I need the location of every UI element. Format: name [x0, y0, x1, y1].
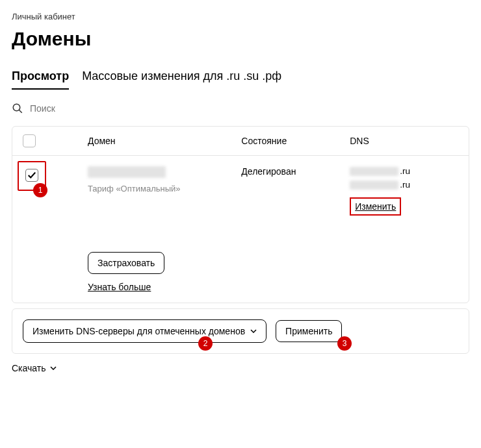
chevron-down-icon — [250, 329, 257, 333]
bulk-actions-bar: Изменить DNS-серверы для отмеченных доме… — [12, 308, 469, 354]
download-label: Скачать — [12, 363, 46, 373]
dns-server-2: .ru — [350, 180, 458, 190]
download-button[interactable]: Скачать — [12, 363, 469, 373]
table-row: 1 Тариф «Оптимальный» Застраховать Узнат… — [12, 155, 469, 303]
tab-bulk-changes[interactable]: Массовые изменения для .ru .su .рф — [82, 69, 281, 90]
tabs: Просмотр Массовые изменения для .ru .su … — [12, 69, 469, 90]
domain-status: Делегирован — [241, 166, 350, 177]
header-dns: DNS — [350, 136, 458, 146]
annotation-badge-3: 3 — [337, 336, 352, 351]
chevron-down-icon — [50, 366, 57, 370]
annotation-frame-1: 1 — [18, 161, 46, 191]
search-row — [12, 103, 469, 114]
annotation-badge-1: 1 — [33, 183, 47, 197]
change-dns-link[interactable]: Изменить — [351, 199, 400, 214]
bulk-action-dropdown[interactable]: Изменить DNS-серверы для отмеченных доме… — [23, 319, 266, 343]
header-domain: Домен — [88, 136, 241, 146]
bulk-action-label: Изменить DNS-серверы для отмеченных доме… — [32, 326, 245, 336]
svg-line-1 — [19, 110, 22, 113]
search-input[interactable] — [30, 103, 160, 114]
domains-table: Домен Состояние DNS 1 Тариф «Оптимальный… — [12, 126, 469, 303]
domain-name-redacted — [88, 166, 166, 178]
annotation-badge-2: 2 — [198, 336, 213, 351]
search-icon — [12, 103, 23, 114]
tariff-label: Тариф «Оптимальный» — [88, 184, 241, 193]
dns-suffix: .ru — [400, 166, 410, 176]
tab-view[interactable]: Просмотр — [12, 69, 69, 90]
dns-value-redacted — [350, 167, 398, 176]
page-title: Домены — [12, 28, 469, 50]
dns-server-1: .ru — [350, 166, 458, 176]
breadcrumb[interactable]: Личный кабинет — [12, 12, 469, 21]
select-all-checkbox[interactable] — [23, 134, 36, 147]
svg-point-0 — [13, 104, 20, 111]
apply-button[interactable]: Применить — [276, 320, 342, 342]
insure-button[interactable]: Застраховать — [88, 252, 164, 274]
learn-more-link[interactable]: Узнать больше — [88, 282, 151, 292]
dns-value-redacted — [350, 180, 398, 190]
header-status: Состояние — [241, 136, 350, 146]
dns-suffix: .ru — [400, 180, 410, 190]
annotation-frame-change: Изменить — [350, 197, 401, 216]
table-header: Домен Состояние DNS — [12, 127, 469, 155]
